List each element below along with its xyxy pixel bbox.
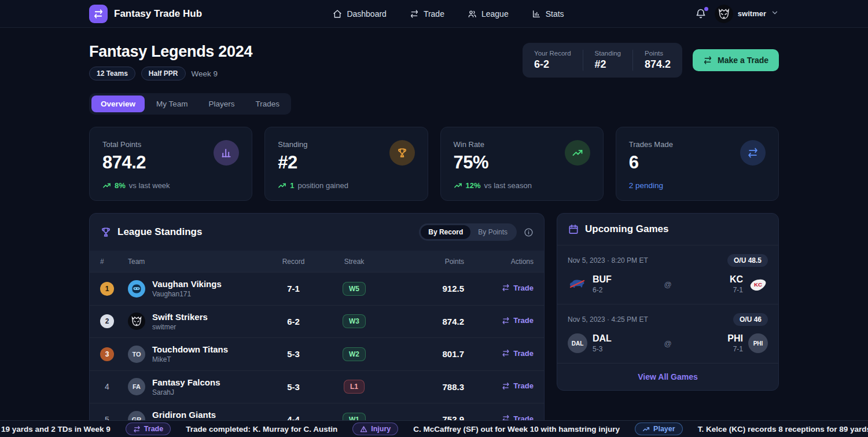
team-name: Vaughan Vikings [152, 279, 222, 289]
card-pending: 2 pending [629, 181, 663, 190]
tab-overview[interactable]: Overview [91, 96, 145, 112]
trend-suffix: position gained [297, 181, 348, 190]
rank-number: 4 [100, 382, 128, 391]
card-trend: 8% vs last week [102, 181, 170, 190]
nav-item-trade[interactable]: Trade [410, 9, 444, 19]
ticker-badge-player: Player [635, 423, 683, 435]
record-panel: Your Record 6-2 Standing #2 Points 874.2 [523, 43, 682, 78]
header-right: Your Record 6-2 Standing #2 Points 874.2… [523, 43, 779, 78]
news-ticker: 19 yards and 2 TDs in Week 9 Trade Trade… [0, 420, 868, 437]
trending-up-icon [278, 181, 286, 190]
toggle-by-record[interactable]: By Record [421, 225, 470, 239]
ticker-text: Trade completed: K. Murray for C. Austin [186, 425, 337, 434]
swap-icon [502, 317, 510, 325]
tab-trades[interactable]: Trades [247, 96, 289, 112]
trade-row-button[interactable]: Trade [502, 284, 534, 292]
stat-value: #2 [595, 58, 621, 71]
home-team: KC 7-1 KC [704, 274, 768, 294]
nav-item-league[interactable]: League [468, 9, 509, 19]
bills-logo [568, 277, 587, 292]
view-all-games-link[interactable]: View All Games [557, 363, 778, 390]
info-icon[interactable] [524, 227, 534, 237]
table-row: 2 Swift Strikers switmer 6-2 W3 874.2 Tr… [90, 305, 544, 338]
nav-label: League [481, 9, 509, 19]
team-abbr: PHI [727, 333, 743, 344]
trade-row-button[interactable]: Trade [502, 381, 534, 390]
card-trend: 12% vs last season [454, 181, 532, 190]
ticker-badge-injury: Injury [352, 423, 398, 435]
chiefs-logo: KC [748, 277, 768, 292]
team-owner: Vaughan171 [152, 290, 222, 298]
toggle-by-points[interactable]: By Points [470, 225, 515, 239]
away-team: DAL DAL 5-3 [568, 333, 631, 353]
stat-label: Points [645, 50, 671, 57]
points-value: 912.5 [383, 284, 464, 293]
robot-mascot-avatar [128, 280, 145, 298]
col-rank: # [100, 258, 128, 266]
league-info: Fantasy Legends 2024 12 Teams Half PPR W… [89, 43, 252, 80]
table-row: 1 Vaughan Vikings Vaughan171 7-1 W5 912.… [90, 272, 544, 305]
make-trade-button[interactable]: Make a Trade [693, 49, 779, 71]
points-value: 788.3 [383, 382, 464, 392]
over-under-badge: O/U 46 [733, 313, 768, 326]
team-record: 5-3 [593, 345, 612, 353]
league-meta: 12 Teams Half PPR Week 9 [89, 67, 252, 80]
trade-row-button[interactable]: Trade [502, 349, 534, 358]
wolf-mascot-avatar [715, 5, 733, 23]
swap-icon [93, 9, 104, 19]
stat-label: Your Record [534, 50, 571, 57]
team-name: Swift Strikers [152, 312, 208, 322]
trade-row-button[interactable]: Trade [502, 316, 534, 325]
page-header: Fantasy Legends 2024 12 Teams Half PPR W… [89, 43, 779, 80]
ticker-text: 19 yards and 2 TDs in Week 9 [1, 425, 111, 434]
main-nav: Dashboard Trade League Stats [202, 9, 695, 19]
trending-up-icon [454, 181, 462, 190]
streak-badge: L1 [344, 380, 365, 394]
upcoming-title-text: Upcoming Games [585, 223, 669, 235]
team-avatar-initials: FA [128, 378, 145, 395]
at-symbol: @ [631, 339, 704, 348]
home-team: PHI 7-1 PHI [704, 333, 768, 353]
tab-players[interactable]: Players [200, 96, 244, 112]
cowboys-logo: DAL [568, 333, 587, 353]
calendar-icon [568, 223, 579, 235]
users-icon [468, 9, 477, 19]
team-owner: SarahJ [152, 388, 220, 396]
record-stat: Your Record 6-2 [534, 50, 583, 71]
swap-icon [502, 349, 510, 357]
trend-value: 12% [466, 181, 481, 190]
notifications-button[interactable] [695, 8, 707, 20]
game-datetime: Nov 5, 2023 · 4:25 PM ET [568, 315, 648, 324]
nav-label: Trade [424, 9, 444, 19]
standings-title: League Standings [100, 226, 202, 238]
trend-value: 8% [115, 181, 126, 190]
card-trades-made: Trades Made 6 2 pending [616, 127, 779, 201]
swap-icon [133, 425, 141, 433]
upcoming-games-panel: Upcoming Games Nov 5, 2023 · 8:20 PM ET … [557, 213, 779, 391]
top-navbar: Fantasy Trade Hub Dashboard Trade League… [0, 0, 868, 28]
team-avatar [128, 313, 145, 330]
nav-item-stats[interactable]: Stats [532, 9, 564, 19]
nav-right: switmer [695, 5, 779, 23]
table-row: 4 FA Fantasy Falcons SarahJ 5-3 L1 788.3… [90, 370, 544, 403]
swap-icon [740, 140, 766, 166]
rank-badge-silver: 2 [100, 314, 114, 328]
tab-my-team[interactable]: My Team [147, 96, 197, 112]
warning-icon [360, 425, 367, 433]
trophy-icon [100, 226, 112, 238]
team-avatar-initials: TO [128, 346, 145, 363]
record-value: 7-1 [262, 284, 325, 293]
col-actions: Actions [464, 258, 534, 266]
over-under-badge: O/U 48.5 [727, 254, 768, 267]
svg-text:KC: KC [754, 281, 762, 288]
nav-label: Dashboard [347, 9, 387, 19]
username: switmer [738, 9, 766, 18]
pending-trades-link[interactable]: 2 pending [629, 181, 663, 190]
stat-value: 6-2 [534, 58, 571, 71]
user-menu[interactable]: switmer [715, 5, 779, 23]
trend-suffix: vs last season [484, 181, 532, 190]
team-name: Gridiron Giants [152, 410, 216, 420]
nav-item-dashboard[interactable]: Dashboard [333, 9, 387, 19]
card-standing: Standing #2 1 position gained [264, 127, 428, 201]
brand: Fantasy Trade Hub [89, 5, 202, 23]
